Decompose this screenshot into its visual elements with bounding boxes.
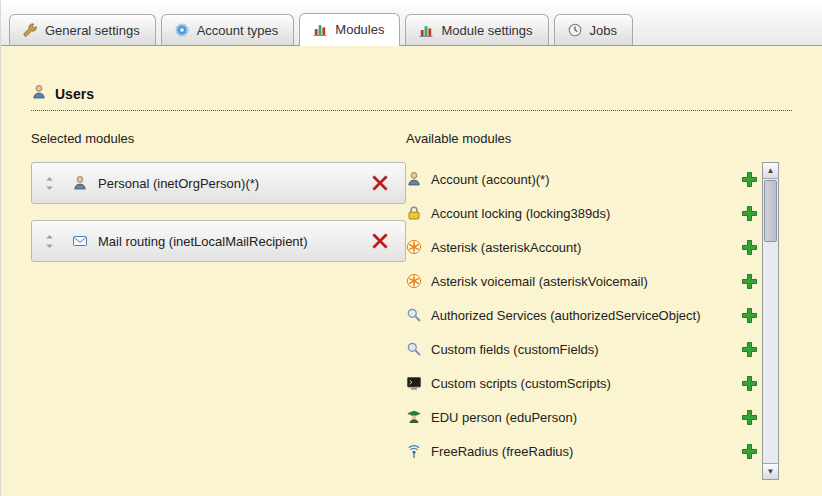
available-module-label: Custom fields (customFields) bbox=[431, 342, 741, 357]
green-plus-icon[interactable] bbox=[741, 375, 758, 392]
person-icon bbox=[72, 175, 88, 191]
scroll-down-button[interactable]: ▼ bbox=[763, 463, 778, 479]
drag-updown-icon[interactable] bbox=[44, 234, 58, 249]
green-plus-icon[interactable] bbox=[741, 205, 758, 222]
available-module-label: Account locking (locking389ds) bbox=[431, 206, 741, 221]
green-plus-icon[interactable] bbox=[741, 307, 758, 324]
available-module-label: Authorized Services (authorizedServiceOb… bbox=[431, 308, 741, 323]
edu-person-icon bbox=[406, 409, 422, 425]
terminal-icon bbox=[406, 375, 422, 391]
available-modules-heading: Available modules bbox=[406, 131, 792, 146]
asterisk-icon bbox=[406, 273, 422, 289]
clock-icon bbox=[567, 22, 583, 38]
selected-module-row: Mail routing (inetLocalMailRecipient) bbox=[31, 220, 406, 262]
person-icon bbox=[406, 171, 422, 187]
available-module-label: EDU person (eduPerson) bbox=[431, 410, 741, 425]
tab-label: Account types bbox=[197, 23, 279, 38]
selected-module-row: Personal (inetOrgPerson)(*) bbox=[31, 162, 406, 204]
available-modules-list: Account (account)(*) Account locking (lo… bbox=[406, 162, 758, 480]
tab-label: Module settings bbox=[441, 23, 532, 38]
settings-tabbar: General settings Account types Modules M… bbox=[1, 0, 822, 46]
scroll-up-button[interactable]: ▲ bbox=[763, 163, 778, 179]
available-module-row: Asterisk voicemail (asteriskVoicemail) bbox=[406, 264, 758, 298]
green-plus-icon[interactable] bbox=[741, 171, 758, 188]
magnifier-icon bbox=[406, 341, 422, 357]
user-icon bbox=[31, 84, 47, 103]
selected-module-label: Mail routing (inetLocalMailRecipient) bbox=[98, 234, 371, 249]
available-module-row: Custom fields (customFields) bbox=[406, 332, 758, 366]
modules-columns: Selected modules Personal (inetOrgPerson… bbox=[31, 131, 792, 480]
users-section-heading: Users bbox=[31, 84, 792, 111]
available-module-label: Custom scripts (customScripts) bbox=[431, 376, 741, 391]
selected-modules-heading: Selected modules bbox=[31, 131, 406, 146]
available-module-label: Asterisk voicemail (asteriskVoicemail) bbox=[431, 274, 741, 289]
tab-account-types[interactable]: Account types bbox=[161, 14, 295, 45]
modules-tab-content: Users Selected modules Personal (inetOrg… bbox=[1, 46, 822, 480]
section-title: Users bbox=[55, 86, 94, 102]
available-module-row: EDU person (eduPerson) bbox=[406, 400, 758, 434]
available-module-label: Asterisk (asteriskAccount) bbox=[431, 240, 741, 255]
red-x-icon[interactable] bbox=[371, 232, 389, 250]
tab-jobs[interactable]: Jobs bbox=[554, 14, 633, 45]
available-modules-column: Available modules Account (account)(*) bbox=[406, 131, 792, 480]
green-plus-icon[interactable] bbox=[741, 409, 758, 426]
drag-updown-icon[interactable] bbox=[44, 176, 58, 191]
available-module-row: Asterisk (asteriskAccount) bbox=[406, 230, 758, 264]
scrollbar-thumb[interactable] bbox=[764, 180, 777, 242]
magnifier-icon bbox=[406, 307, 422, 323]
green-plus-icon[interactable] bbox=[741, 443, 758, 460]
lam-config-page: General settings Account types Modules M… bbox=[0, 0, 822, 496]
available-module-row: FreeRadius (freeRadius) bbox=[406, 434, 758, 468]
green-plus-icon[interactable] bbox=[741, 273, 758, 290]
available-module-row: Custom scripts (customScripts) bbox=[406, 366, 758, 400]
green-plus-icon[interactable] bbox=[741, 341, 758, 358]
available-module-row: Account (account)(*) bbox=[406, 162, 758, 196]
tab-label: Jobs bbox=[590, 23, 617, 38]
green-plus-icon[interactable] bbox=[741, 239, 758, 256]
bar-chart-icon bbox=[312, 21, 328, 37]
tab-module-settings[interactable]: Module settings bbox=[405, 14, 548, 45]
available-module-label: FreeRadius (freeRadius) bbox=[431, 444, 741, 459]
available-module-row: Account locking (locking389ds) bbox=[406, 196, 758, 230]
lock-icon bbox=[406, 205, 422, 221]
tab-label: Modules bbox=[335, 22, 384, 37]
available-modules-scrollbar[interactable]: ▲ ▼ bbox=[762, 162, 779, 480]
available-module-row: Authorized Services (authorizedServiceOb… bbox=[406, 298, 758, 332]
tab-general-settings[interactable]: General settings bbox=[9, 14, 156, 45]
radio-antenna-icon bbox=[406, 443, 422, 459]
tab-modules[interactable]: Modules bbox=[299, 13, 400, 46]
available-module-label: Account (account)(*) bbox=[431, 172, 741, 187]
scrollbar-track[interactable] bbox=[763, 179, 778, 463]
asterisk-icon bbox=[406, 239, 422, 255]
wrench-icon bbox=[22, 22, 38, 38]
selected-module-label: Personal (inetOrgPerson)(*) bbox=[98, 176, 371, 191]
mail-icon bbox=[72, 233, 88, 249]
bar-chart-icon bbox=[418, 22, 434, 38]
red-x-icon[interactable] bbox=[371, 174, 389, 192]
tab-label: General settings bbox=[45, 23, 140, 38]
available-modules-wrap: Account (account)(*) Account locking (lo… bbox=[406, 162, 792, 480]
selected-modules-column: Selected modules Personal (inetOrgPerson… bbox=[31, 131, 406, 480]
gear-badge-icon bbox=[174, 22, 190, 38]
